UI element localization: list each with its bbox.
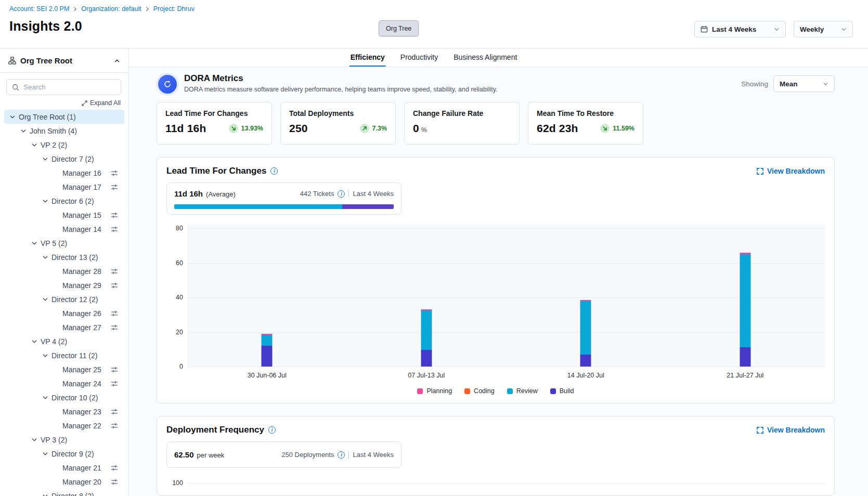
- tree-item[interactable]: Manager 17: [4, 180, 124, 194]
- showing-select[interactable]: Mean: [773, 75, 835, 92]
- filter-sliders-icon[interactable]: [111, 324, 118, 331]
- stacked-bar[interactable]: [740, 228, 750, 367]
- granularity-select[interactable]: Weekly: [794, 21, 853, 37]
- metric-card-value: 62d 23h: [537, 122, 578, 135]
- deployment-view-breakdown[interactable]: View Breakdown: [757, 426, 825, 434]
- tree-item[interactable]: VP 2 (2): [4, 138, 124, 152]
- tree-item[interactable]: Director 13 (2): [4, 250, 124, 264]
- x-tick-label: 14 Jul-20 Jul: [506, 372, 666, 379]
- tree-item[interactable]: Director 10 (2): [4, 390, 124, 404]
- tree-item-label: Director 11 (2): [51, 351, 97, 360]
- tree-item[interactable]: VP 4 (2): [4, 334, 124, 348]
- y-tick-label: 80: [176, 225, 183, 232]
- stacked-bar[interactable]: [580, 228, 591, 367]
- tab-productivity[interactable]: Productivity: [399, 49, 439, 67]
- tree-item[interactable]: Director 12 (2): [4, 292, 124, 306]
- expand-corners-icon: [757, 427, 763, 434]
- bar-segment-build: [262, 346, 273, 367]
- tree-item[interactable]: Manager 20: [4, 475, 124, 489]
- filter-sliders-icon[interactable]: [111, 408, 118, 415]
- header-controls: Last 4 Weeks Weekly: [694, 21, 853, 37]
- y-tick-label: 40: [176, 294, 183, 301]
- tree-item[interactable]: Manager 26: [4, 306, 124, 320]
- legend-item[interactable]: Review: [507, 387, 538, 395]
- filter-sliders-icon[interactable]: [111, 169, 118, 177]
- breadcrumb-account[interactable]: Account: SEI 2.0 PM: [9, 5, 69, 12]
- stacked-bar[interactable]: [262, 228, 273, 367]
- tree-item[interactable]: Manager 25: [4, 362, 124, 376]
- date-range-select[interactable]: Last 4 Weeks: [694, 21, 786, 37]
- sidebar-header[interactable]: Org Tree Root: [0, 49, 128, 73]
- filter-sliders-icon[interactable]: [111, 282, 118, 289]
- expand-all-button[interactable]: Expand All: [82, 99, 121, 107]
- filter-sliders-icon[interactable]: [111, 478, 118, 486]
- tree-item-label: Manager 26: [62, 309, 101, 318]
- tree-item[interactable]: Manager 21: [4, 461, 124, 475]
- metric-card: Total Deployments2507.3%: [280, 102, 396, 145]
- tree-item-label: Manager 29: [62, 281, 101, 290]
- tree-item-label: Director 7 (2): [51, 155, 94, 163]
- tree-item-label: Director 12 (2): [51, 295, 98, 304]
- trend-badge: 13.93%: [229, 124, 263, 133]
- date-range-label: Last 4 Weeks: [353, 190, 394, 198]
- divider: [348, 451, 349, 459]
- tree-item-label: Director 8 (2): [51, 492, 94, 496]
- legend-item[interactable]: Planning: [417, 387, 452, 395]
- breadcrumb: Account: SEI 2.0 PM Organization: defaul…: [9, 5, 195, 12]
- deployment-frequency-section: Deployment Frequency i View Breakdown 62…: [157, 416, 835, 495]
- ticket-count: 442 Tickets: [300, 190, 334, 198]
- tree-item[interactable]: Director 6 (2): [4, 194, 124, 208]
- filter-sliders-icon[interactable]: [111, 184, 118, 191]
- filter-sliders-icon[interactable]: [111, 464, 118, 472]
- stacked-bar[interactable]: [421, 228, 432, 367]
- tree-item[interactable]: Director 8 (2): [4, 489, 124, 496]
- tree-item[interactable]: Manager 14: [4, 222, 124, 236]
- legend-item[interactable]: Build: [550, 387, 574, 395]
- breadcrumb-project[interactable]: Project: Dhruv: [153, 5, 195, 12]
- tree-item[interactable]: Director 11 (2): [4, 348, 124, 362]
- tree-item[interactable]: Director 9 (2): [4, 447, 124, 461]
- lead-time-view-breakdown[interactable]: View Breakdown: [757, 167, 825, 175]
- metric-card-title: Change Failure Rate: [413, 109, 511, 118]
- info-icon[interactable]: i: [270, 167, 278, 175]
- filter-sliders-icon[interactable]: [111, 268, 118, 275]
- tree-item[interactable]: Manager 16: [4, 166, 124, 180]
- search-input[interactable]: [23, 83, 115, 91]
- tree-item[interactable]: Director 7 (2): [4, 152, 124, 166]
- tree-item[interactable]: Manager 22: [4, 419, 124, 433]
- tree-item[interactable]: John Smith (4): [4, 124, 124, 138]
- info-icon[interactable]: i: [338, 190, 345, 198]
- tree-item[interactable]: Manager 23: [4, 404, 124, 419]
- deployment-summary: 62.50 per week 250 Deployments i Last 4 …: [166, 441, 401, 468]
- search-box[interactable]: [6, 79, 121, 95]
- filter-sliders-icon[interactable]: [111, 366, 118, 373]
- filter-sliders-icon[interactable]: [111, 310, 118, 317]
- tree-item[interactable]: Manager 24: [4, 376, 124, 390]
- tab-efficiency[interactable]: Efficiency: [349, 49, 386, 67]
- filter-sliders-icon[interactable]: [111, 380, 118, 387]
- tree-item[interactable]: Manager 28: [4, 264, 124, 278]
- filter-sliders-icon[interactable]: [111, 422, 118, 429]
- top-header: Account: SEI 2.0 PM Organization: defaul…: [0, 0, 868, 49]
- tree-item[interactable]: VP 5 (2): [4, 236, 124, 250]
- info-icon[interactable]: i: [338, 451, 345, 459]
- chevron-up-icon[interactable]: [114, 58, 120, 64]
- tree-item[interactable]: Org Tree Root (1): [4, 110, 124, 124]
- filter-sliders-icon[interactable]: [111, 226, 118, 233]
- tree-item[interactable]: VP 3 (2): [4, 433, 124, 447]
- tree-item[interactable]: Manager 15: [4, 208, 124, 222]
- lead-time-title: Lead Time For Changes: [166, 166, 266, 176]
- org-tree-button[interactable]: Org Tree: [379, 20, 419, 36]
- dora-description: DORA metrics measure software delivery p…: [184, 86, 498, 93]
- info-icon[interactable]: i: [268, 426, 276, 434]
- legend-item[interactable]: Coding: [464, 387, 495, 395]
- tree-item[interactable]: Manager 27: [4, 320, 124, 334]
- tree-item-label: Manager 24: [62, 380, 101, 388]
- metric-cards-row: Lead Time For Changes11d 16h13.93%Total …: [157, 102, 835, 145]
- deployment-frequency-title: Deployment Frequency: [166, 425, 264, 435]
- tab-business-alignment[interactable]: Business Alignment: [452, 49, 518, 67]
- filter-sliders-icon[interactable]: [111, 212, 118, 219]
- breadcrumb-organization[interactable]: Organization: default: [81, 5, 141, 12]
- metric-card-value: 0%: [413, 122, 427, 135]
- tree-item[interactable]: Manager 29: [4, 278, 124, 292]
